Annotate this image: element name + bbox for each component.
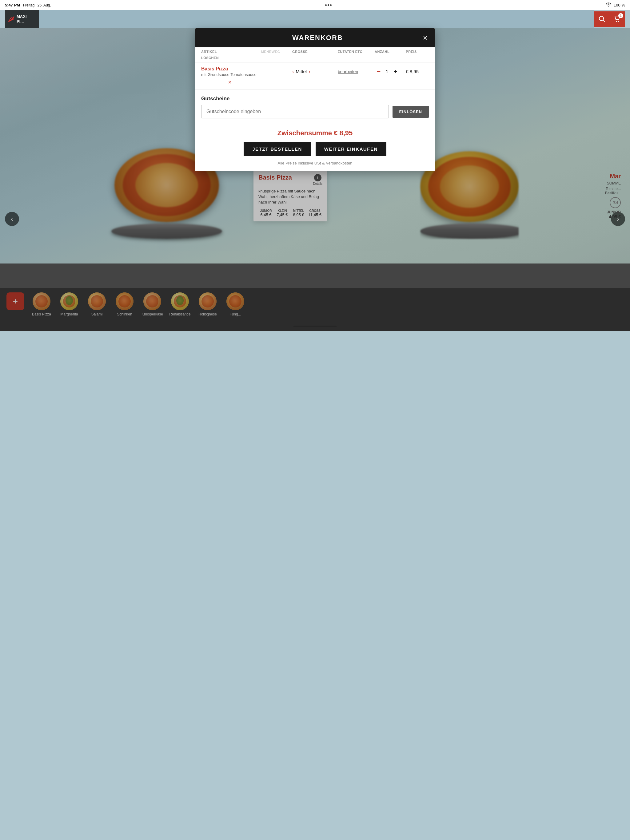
delete-item-button[interactable]: × xyxy=(201,79,259,86)
cart-item-info: Basis Pizza mit Grundsauce Tomatensauce xyxy=(201,66,259,77)
cart-item-size: ‹ Mittel › xyxy=(292,69,335,74)
size-next-button[interactable]: › xyxy=(309,69,310,74)
col-mehrweg: MEHRWEG xyxy=(261,50,290,54)
action-buttons: JETZT BESTELLEN WEITER EINKAUFEN xyxy=(195,142,435,158)
cart-modal: WARENKORB × ARTIKEL MEHRWEG GRÖSSE ZUTAT… xyxy=(195,28,435,171)
app-content: 🌶 MAXI PI... xyxy=(0,10,630,331)
svg-line-2 xyxy=(603,20,605,22)
subtotal-section: Zwischensumme € 8,95 xyxy=(195,123,435,142)
cart-table-header: ARTIKEL MEHRWEG GRÖSSE ZUTATEN ETC. ANZA… xyxy=(195,47,435,62)
status-time: 5:47 PM Freitag 25. Aug. xyxy=(5,3,51,7)
cart-modal-title: WARENKORB xyxy=(212,34,423,42)
signal-dots xyxy=(325,4,332,6)
logo-chili-icon: 🌶 xyxy=(8,15,15,23)
quantity-value: 1 xyxy=(386,69,388,74)
status-bar: 5:47 PM Freitag 25. Aug. 100 % xyxy=(0,0,630,10)
quantity-control: − 1 + xyxy=(375,68,403,76)
size-prev-button[interactable]: ‹ xyxy=(292,69,294,74)
app-logo: 🌶 MAXI PI... xyxy=(5,10,39,28)
cart-item-sub: mit Grundsauce Tomatensauce xyxy=(201,72,259,77)
wifi-icon xyxy=(606,2,611,8)
col-preis: PREIS xyxy=(406,50,429,54)
edit-button[interactable]: bearbeiten xyxy=(338,69,372,74)
order-button[interactable]: JETZT BESTELLEN xyxy=(244,142,311,156)
battery-status: 100 % xyxy=(614,3,625,7)
cart-badge: 1 xyxy=(618,13,623,18)
col-loeschen: LÖSCHEN xyxy=(201,56,259,60)
einloesen-button[interactable]: EINLÖSEN xyxy=(393,106,429,118)
coupon-label: Gutscheine xyxy=(201,96,429,102)
status-right: 100 % xyxy=(606,2,625,8)
coupon-section: Gutscheine EINLÖSEN xyxy=(195,90,435,123)
svg-point-4 xyxy=(618,21,619,22)
col-artikel: ARTIKEL xyxy=(201,50,259,54)
subtotal-text: Zwischensumme € 8,95 xyxy=(201,129,429,137)
search-icon xyxy=(598,16,605,22)
coupon-input[interactable] xyxy=(201,105,389,118)
col-zutaten: ZUTATEN ETC. xyxy=(338,50,372,54)
quantity-increase-button[interactable]: + xyxy=(391,68,399,76)
cart-button[interactable]: 1 xyxy=(610,11,625,27)
app-header: 🌶 MAXI PI... xyxy=(0,10,630,28)
continue-shopping-button[interactable]: WEITER EINKAUFEN xyxy=(316,142,386,156)
search-button[interactable] xyxy=(594,11,610,27)
cart-item-name: Basis Pizza xyxy=(201,66,259,72)
svg-point-3 xyxy=(616,21,617,22)
logo-text: MAXI PI... xyxy=(17,14,27,24)
item-price: € 8,95 xyxy=(406,69,429,74)
col-anzahl: ANZAHL xyxy=(375,50,403,54)
cart-modal-header: WARENKORB × xyxy=(195,28,435,47)
size-value: Mittel xyxy=(296,69,307,74)
quantity-decrease-button[interactable]: − xyxy=(375,68,383,76)
cart-close-button[interactable]: × xyxy=(423,34,427,42)
price-note: Alle Preise inklusive USt & Versandkoste… xyxy=(195,158,435,171)
col-groesse: GRÖSSE xyxy=(292,50,335,54)
cart-item-row: Basis Pizza mit Grundsauce Tomatensauce … xyxy=(195,62,435,90)
header-actions: 1 xyxy=(594,11,625,27)
coupon-row: EINLÖSEN xyxy=(201,105,429,118)
svg-point-0 xyxy=(608,6,609,6)
